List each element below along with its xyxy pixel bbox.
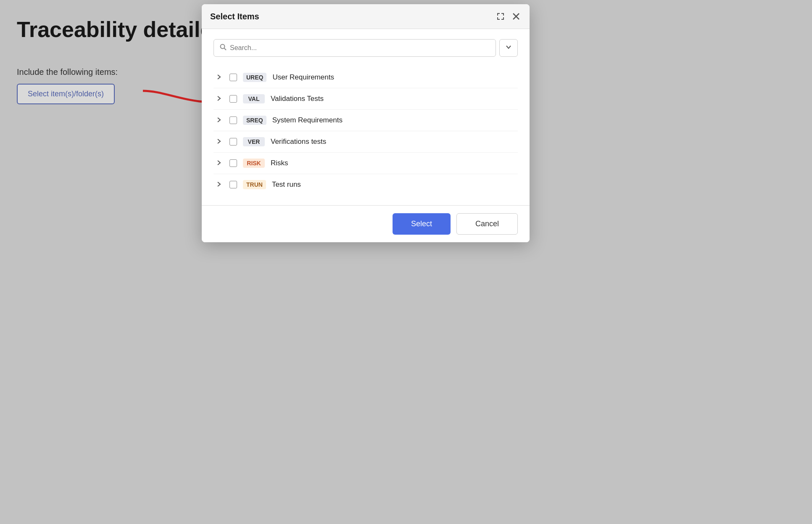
dropdown-button[interactable]: [499, 39, 518, 57]
page-background: Traceability detailed Include the follow…: [0, 0, 812, 524]
item-checkbox[interactable]: [229, 116, 237, 124]
dialog-footer: Select Cancel: [202, 205, 530, 242]
select-items-dialog: Select Items: [202, 4, 530, 242]
item-label: Test runs: [272, 180, 301, 189]
search-wrapper: [214, 39, 496, 57]
item-badge: TRUN: [243, 180, 266, 189]
select-button[interactable]: Select: [393, 213, 451, 235]
expand-chevron-icon[interactable]: [217, 74, 224, 81]
item-checkbox[interactable]: [229, 138, 237, 146]
list-item: UREQ User Requirements: [214, 67, 518, 88]
list-item: TRUN Test runs: [214, 174, 518, 195]
expand-chevron-icon[interactable]: [217, 117, 224, 124]
close-icon[interactable]: [511, 11, 521, 21]
item-badge: VER: [243, 137, 265, 146]
item-label: Risks: [271, 159, 288, 167]
svg-point-3: [221, 45, 225, 49]
expand-icon[interactable]: [495, 11, 506, 22]
item-badge: SREQ: [243, 116, 266, 125]
cancel-button[interactable]: Cancel: [456, 213, 518, 235]
list-item: RISK Risks: [214, 153, 518, 174]
item-label: System Requirements: [272, 116, 343, 124]
expand-chevron-icon[interactable]: [217, 160, 224, 167]
item-checkbox[interactable]: [229, 159, 237, 167]
item-badge: UREQ: [243, 73, 266, 82]
item-checkbox[interactable]: [229, 181, 237, 188]
search-input[interactable]: [230, 44, 490, 52]
svg-line-4: [224, 48, 227, 50]
list-item: VER Verifications tests: [214, 131, 518, 153]
item-label: Verifications tests: [271, 138, 326, 146]
dialog-header-icons: [495, 11, 521, 22]
search-icon: [220, 44, 227, 52]
dialog-title: Select Items: [210, 12, 259, 21]
search-row: [214, 39, 518, 57]
item-label: User Requirements: [272, 73, 334, 82]
item-checkbox[interactable]: [229, 74, 237, 81]
expand-chevron-icon[interactable]: [217, 95, 224, 103]
item-checkbox[interactable]: [229, 95, 237, 103]
list-item: VAL Validations Tests: [214, 88, 518, 110]
list-item: SREQ System Requirements: [214, 110, 518, 131]
expand-chevron-icon[interactable]: [217, 138, 224, 146]
expand-chevron-icon[interactable]: [217, 181, 224, 188]
item-label: Validations Tests: [271, 95, 324, 103]
dialog-header: Select Items: [202, 4, 530, 29]
item-badge: RISK: [243, 159, 265, 168]
items-list: UREQ User Requirements VAL Validations T…: [214, 67, 518, 195]
dialog-body: UREQ User Requirements VAL Validations T…: [202, 29, 530, 205]
item-badge: VAL: [243, 94, 265, 103]
